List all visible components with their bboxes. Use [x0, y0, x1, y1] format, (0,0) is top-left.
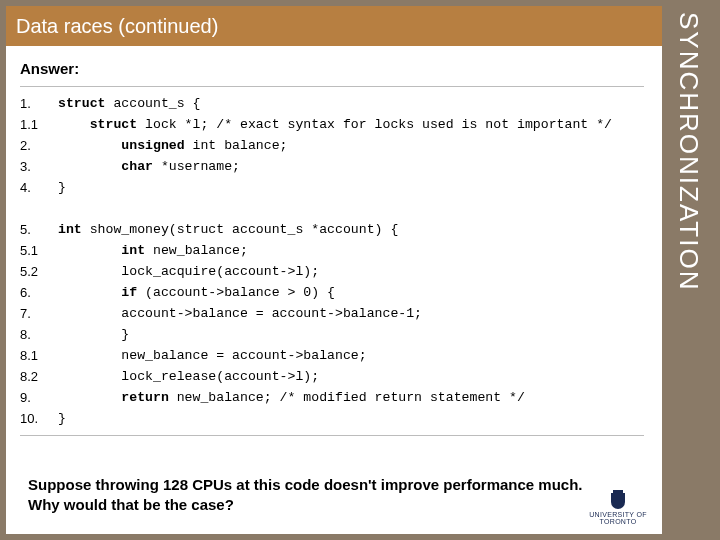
line-number: 9.	[20, 387, 58, 408]
code-text: char *username;	[58, 156, 240, 177]
code-text: }	[58, 408, 66, 429]
code-line: 10.}	[20, 408, 644, 429]
code-text: }	[58, 324, 129, 345]
crest-icon	[611, 493, 625, 509]
code-block: 1.struct account_s {1.1 struct lock *l; …	[20, 86, 644, 436]
line-number: 5.2	[20, 261, 58, 282]
line-number: 8.1	[20, 345, 58, 366]
code-text: }	[58, 177, 66, 198]
code-text: return new_balance; /* modified return s…	[58, 387, 525, 408]
line-number: 5.1	[20, 240, 58, 261]
code-line: 8.1 new_balance = account->balance;	[20, 345, 644, 366]
code-text: account->balance = account->balance-1;	[58, 303, 422, 324]
question-line-2: Why would that be the case?	[28, 496, 234, 513]
side-label-text: SYNCHRONIZATION	[673, 12, 704, 291]
code-text: struct account_s {	[58, 93, 200, 114]
line-number: 6.	[20, 282, 58, 303]
code-line: 7. account->balance = account->balance-1…	[20, 303, 644, 324]
code-text: new_balance = account->balance;	[58, 345, 367, 366]
code-line: 9. return new_balance; /* modified retur…	[20, 387, 644, 408]
code-line: 8.2 lock_release(account->l);	[20, 366, 644, 387]
line-number: 7.	[20, 303, 58, 324]
line-number: 2.	[20, 135, 58, 156]
code-line: 3. char *username;	[20, 156, 644, 177]
code-line: 5.2 lock_acquire(account->l);	[20, 261, 644, 282]
line-number: 3.	[20, 156, 58, 177]
question-line-1: Suppose throwing 128 CPUs at this code d…	[28, 476, 583, 493]
line-number: 5.	[20, 219, 58, 240]
slide: Data races (continued) SYNCHRONIZATION A…	[0, 0, 720, 540]
code-text: lock_release(account->l);	[58, 366, 319, 387]
answer-label: Answer:	[20, 60, 79, 77]
code-text: unsigned int balance;	[58, 135, 288, 156]
code-text: lock_acquire(account->l);	[58, 261, 319, 282]
line-number: 10.	[20, 408, 58, 429]
line-number: 1.1	[20, 114, 58, 135]
code-line: 1.struct account_s {	[20, 93, 644, 114]
line-number: 1.	[20, 93, 58, 114]
code-text: if (account->balance > 0) {	[58, 282, 335, 303]
side-label: SYNCHRONIZATION	[662, 6, 714, 534]
line-number: 8.2	[20, 366, 58, 387]
code-blank-line	[20, 198, 644, 219]
code-line: 2. unsigned int balance;	[20, 135, 644, 156]
question-text: Suppose throwing 128 CPUs at this code d…	[28, 475, 604, 514]
code-line: 4.}	[20, 177, 644, 198]
code-text: int new_balance;	[58, 240, 248, 261]
code-line: 5.1 int new_balance;	[20, 240, 644, 261]
line-number: 8.	[20, 324, 58, 345]
code-line: 1.1 struct lock *l; /* exact syntax for …	[20, 114, 644, 135]
code-text: struct lock *l; /* exact syntax for lock…	[58, 114, 612, 135]
logo-text: UNIVERSITY OF TORONTO	[584, 511, 652, 525]
slide-title: Data races (continued)	[16, 15, 218, 38]
code-line: 8. }	[20, 324, 644, 345]
university-logo: UNIVERSITY OF TORONTO	[584, 492, 652, 526]
title-bar: Data races (continued)	[6, 6, 662, 46]
code-text: int show_money(struct account_s *account…	[58, 219, 398, 240]
code-line: 6. if (account->balance > 0) {	[20, 282, 644, 303]
line-number: 4.	[20, 177, 58, 198]
code-line: 5.int show_money(struct account_s *accou…	[20, 219, 644, 240]
